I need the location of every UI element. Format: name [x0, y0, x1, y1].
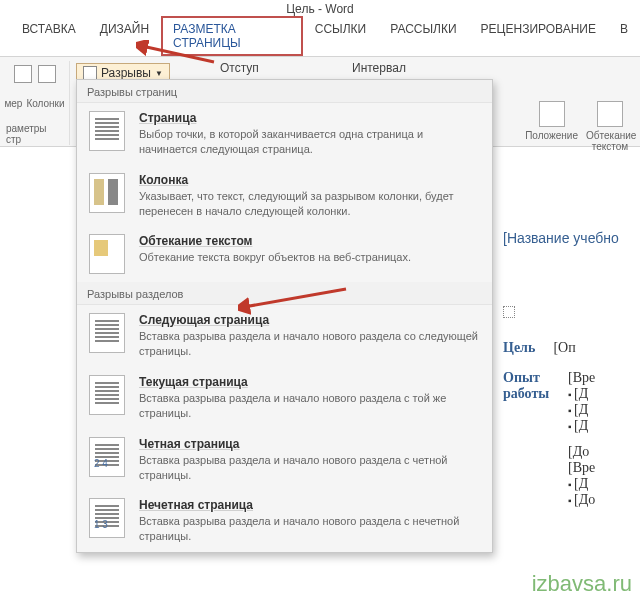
doc-list-item: [Д — [568, 386, 595, 402]
text-wrap-break-icon — [89, 234, 125, 274]
tab-insert[interactable]: ВСТАВКА — [10, 16, 88, 56]
annotation-arrow-1 — [136, 40, 216, 70]
break-odd-desc: Вставка разрыва раздела и начало нового … — [139, 514, 480, 544]
doc-exp-value: [Вре — [568, 460, 595, 476]
columns-label: Колонки — [26, 98, 64, 109]
break-page-desc: Выбор точки, в которой заканчивается одн… — [139, 127, 480, 157]
watermark: izbavsa.ru — [532, 571, 632, 597]
annotation-arrow-2 — [238, 285, 348, 315]
tab-review[interactable]: РЕЦЕНЗИРОВАНИЕ — [469, 16, 608, 56]
next-page-break-icon — [89, 313, 125, 353]
anchor-icon — [503, 306, 515, 318]
break-odd-page[interactable]: 1 3 Нечетная страница Вставка разрыва ра… — [77, 490, 492, 552]
break-continuous[interactable]: Текущая страница Вставка разрыва раздела… — [77, 367, 492, 429]
doc-institution: [Название учебно — [503, 230, 640, 246]
break-column-title: Колонка — [139, 173, 480, 187]
document-preview: [Название учебно Цель [Оп Опыт работы [В… — [495, 120, 640, 508]
page-setup-label: раметры стр — [6, 123, 63, 145]
doc-exp-value: [Вре — [568, 370, 595, 386]
break-continuous-title: Текущая страница — [139, 375, 480, 389]
tab-mailings[interactable]: РАССЫЛКИ — [378, 16, 468, 56]
doc-list-item: [До — [568, 492, 595, 508]
doc-list-item: [Д — [568, 476, 595, 492]
break-odd-title: Нечетная страница — [139, 498, 480, 512]
svg-line-0 — [142, 46, 214, 62]
window-title: Цель - Word — [0, 0, 640, 16]
break-column-desc: Указывает, что текст, следующий за разры… — [139, 189, 480, 219]
break-page-title: Страница — [139, 111, 480, 125]
column-break-icon — [89, 173, 125, 213]
spacing-label: Интервал — [352, 61, 406, 75]
break-wrap-title: Обтекание текстом — [139, 234, 480, 248]
doc-list-item: [До — [568, 444, 595, 460]
break-even-page[interactable]: 2 4 Четная страница Вставка разрыва разд… — [77, 429, 492, 491]
doc-exp-label: Опыт работы — [503, 370, 558, 402]
doc-goal-label: Цель — [503, 340, 535, 356]
size-label: мер — [4, 98, 22, 109]
ribbon-tabs: ВСТАВКА ДИЗАЙН РАЗМЕТКА СТРАНИЦЫ ССЫЛКИ … — [0, 16, 640, 57]
columns-icon[interactable] — [38, 65, 56, 83]
break-page[interactable]: Страница Выбор точки, в которой заканчив… — [77, 103, 492, 165]
break-even-title: Четная страница — [139, 437, 480, 451]
svg-line-1 — [244, 289, 346, 307]
tab-references[interactable]: ССЫЛКИ — [303, 16, 378, 56]
doc-list-item: [Д — [568, 418, 595, 434]
break-wrap-desc: Обтекание текста вокруг объектов на веб-… — [139, 250, 480, 265]
doc-goal-value: [Оп — [553, 340, 575, 356]
indent-label: Отступ — [220, 61, 259, 75]
page-break-icon — [89, 111, 125, 151]
dropdown-section-page-breaks: Разрывы страниц — [77, 80, 492, 103]
break-continuous-desc: Вставка разрыва раздела и начало нового … — [139, 391, 480, 421]
breaks-dropdown: Разрывы страниц Страница Выбор точки, в … — [76, 79, 493, 553]
break-next-page-desc: Вставка разрыва раздела и начало нового … — [139, 329, 480, 359]
size-icon[interactable] — [14, 65, 32, 83]
even-page-break-icon: 2 4 — [89, 437, 125, 477]
doc-list-item: [Д — [568, 402, 595, 418]
continuous-break-icon — [89, 375, 125, 415]
tab-view-partial[interactable]: В — [608, 16, 640, 56]
breaks-icon — [83, 66, 97, 80]
break-text-wrap[interactable]: Обтекание текстом Обтекание текста вокру… — [77, 226, 492, 282]
break-column[interactable]: Колонка Указывает, что текст, следующий … — [77, 165, 492, 227]
break-next-page-title: Следующая страница — [139, 313, 480, 327]
odd-page-break-icon: 1 3 — [89, 498, 125, 538]
break-even-desc: Вставка разрыва раздела и начало нового … — [139, 453, 480, 483]
